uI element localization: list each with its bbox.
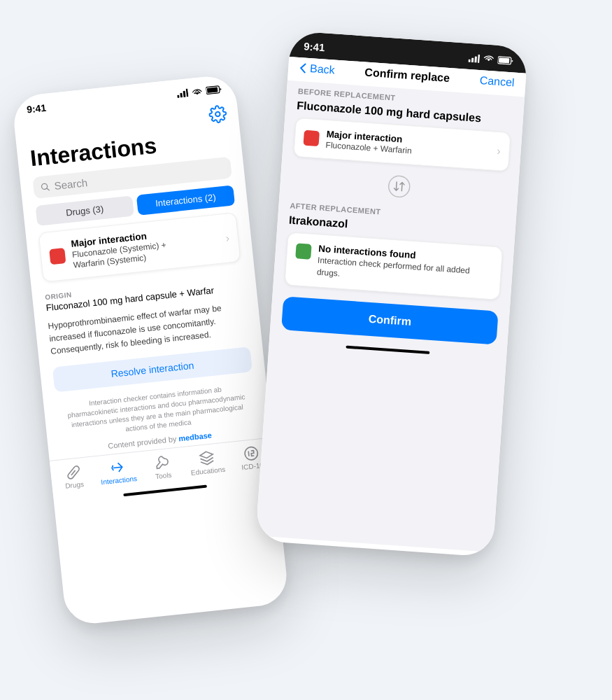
nav-educations-label: Educations bbox=[190, 465, 225, 477]
interactions-nav-icon bbox=[109, 459, 126, 476]
signal-icon bbox=[176, 88, 188, 98]
svg-rect-5 bbox=[207, 87, 218, 93]
svg-point-6 bbox=[215, 112, 220, 117]
svg-rect-14 bbox=[478, 54, 480, 62]
svg-rect-2 bbox=[183, 91, 186, 97]
nav-drugs[interactable]: Drugs bbox=[53, 463, 94, 491]
wifi-icon-r bbox=[483, 55, 494, 64]
svg-rect-0 bbox=[177, 95, 179, 98]
tab-interactions[interactable]: Interactions (2) bbox=[136, 185, 235, 215]
svg-rect-12 bbox=[471, 57, 474, 62]
medbase-name: medbase bbox=[178, 431, 213, 443]
drugs-nav-icon bbox=[65, 463, 82, 480]
svg-point-7 bbox=[41, 183, 48, 189]
home-indicator-right bbox=[346, 345, 429, 354]
chevron-icon: › bbox=[225, 232, 230, 244]
battery-icon-r bbox=[497, 55, 513, 65]
wifi-icon bbox=[191, 87, 203, 97]
icd10-nav-icon bbox=[243, 445, 259, 462]
svg-point-17 bbox=[388, 175, 411, 197]
nav-educations[interactable]: Educations bbox=[187, 449, 227, 477]
phone-left: 9:41 bbox=[11, 74, 290, 626]
battery-icon bbox=[206, 85, 222, 94]
svg-rect-16 bbox=[499, 57, 509, 63]
interaction-info: Major interaction Fluconazole (Systemic)… bbox=[71, 223, 220, 270]
search-icon bbox=[40, 181, 50, 192]
before-severity-indicator bbox=[304, 130, 320, 146]
gear-icon[interactable] bbox=[208, 104, 228, 125]
svg-rect-1 bbox=[180, 93, 183, 98]
phone-right: 9:41 bbox=[255, 31, 528, 557]
status-icons-left bbox=[176, 85, 222, 98]
before-chevron-icon: › bbox=[497, 145, 501, 158]
nav-tools[interactable]: Tools bbox=[142, 453, 183, 482]
nav-drugs-label: Drugs bbox=[65, 480, 85, 490]
status-icons-right bbox=[468, 53, 513, 64]
nav-interactions-label: Interactions bbox=[101, 475, 138, 486]
cancel-button[interactable]: Cancel bbox=[479, 74, 515, 89]
tools-nav-icon bbox=[154, 454, 171, 471]
severity-indicator-red bbox=[49, 248, 66, 265]
back-button[interactable]: Back bbox=[299, 62, 336, 76]
scene: 9:41 bbox=[0, 0, 612, 700]
phone-right-body: Back Confirm replace Cancel BEFORE REPLA… bbox=[255, 57, 526, 552]
nav-tools-label: Tools bbox=[155, 471, 172, 480]
search-placeholder: Search bbox=[54, 176, 88, 192]
before-interaction-info: Major interaction Fluconazole + Warfarin bbox=[325, 129, 490, 161]
phone-left-body: Interactions Search Drugs (3) Interactio… bbox=[14, 97, 289, 620]
swap-icon bbox=[387, 174, 411, 198]
signal-icon-r bbox=[468, 53, 480, 62]
educations-nav-icon bbox=[198, 449, 215, 466]
svg-rect-13 bbox=[474, 56, 477, 62]
svg-line-8 bbox=[47, 188, 50, 190]
svg-rect-3 bbox=[186, 88, 189, 97]
back-label: Back bbox=[310, 62, 336, 76]
tab-drugs[interactable]: Drugs (3) bbox=[36, 196, 134, 226]
time-right: 9:41 bbox=[304, 40, 325, 53]
time-left: 9:41 bbox=[26, 102, 47, 115]
nav-title-right: Confirm replace bbox=[364, 66, 450, 85]
back-chevron-icon bbox=[299, 62, 307, 74]
after-severity-indicator bbox=[295, 243, 311, 259]
nav-interactions-active[interactable]: Interactions bbox=[98, 458, 138, 486]
after-interaction-info: No interactions found Interaction check … bbox=[316, 244, 493, 290]
svg-rect-11 bbox=[468, 59, 470, 62]
confirm-button[interactable]: Confirm bbox=[281, 296, 499, 344]
